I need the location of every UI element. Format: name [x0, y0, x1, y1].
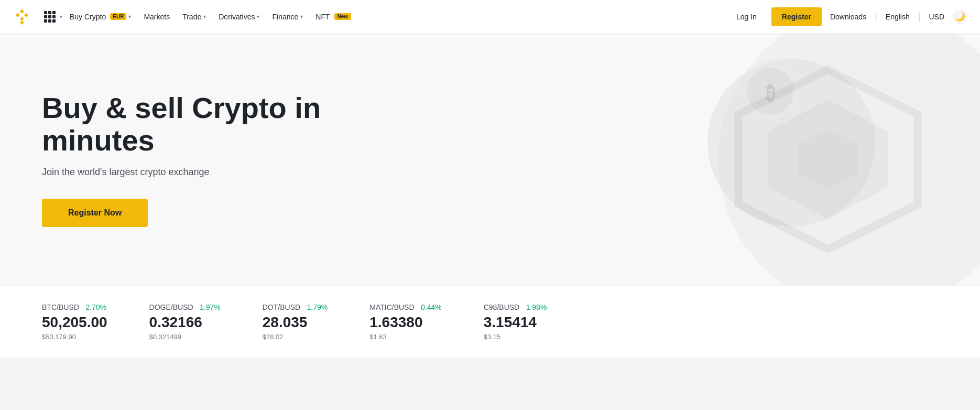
- ticker-change: 1.97%: [200, 303, 221, 311]
- trade-chevron: ▾: [203, 14, 206, 19]
- ticker-price: 50,205.00: [42, 314, 107, 331]
- ticker-price: 1.63380: [369, 314, 441, 331]
- nav-buy-crypto[interactable]: Buy Crypto EUR ▾: [64, 8, 136, 25]
- hero-content: Buy & sell Crypto in minutes Join the wo…: [42, 92, 346, 227]
- dark-mode-toggle[interactable]: 🌙: [953, 9, 967, 24]
- ticker-price: 0.32166: [149, 314, 221, 331]
- ticker-item[interactable]: DOGE/BUSD 1.97% 0.32166 $0.321499: [149, 303, 221, 341]
- ticker-change: 0.44%: [421, 303, 442, 311]
- derivatives-chevron: ▾: [257, 14, 259, 19]
- language-selector[interactable]: English: [886, 13, 910, 21]
- ticker-price: 3.15414: [484, 314, 547, 331]
- binance-arrow-decoration: [728, 60, 928, 259]
- ticker-pair: C98/BUSD: [484, 303, 519, 311]
- ticker-section: BTC/BUSD 2.70% 50,205.00 $50,179.90 DOGE…: [0, 285, 980, 358]
- ticker-item[interactable]: DOT/BUSD 1.79% 28.035 $28.02: [263, 303, 328, 341]
- ticker-usd-price: $1.63: [369, 333, 441, 341]
- ticker-change: 1.79%: [307, 303, 328, 311]
- grid-menu-icon[interactable]: [44, 11, 56, 23]
- ticker-item[interactable]: BTC/BUSD 2.70% 50,205.00 $50,179.90: [42, 303, 107, 341]
- hero-register-button[interactable]: Register Now: [42, 199, 148, 227]
- navbar: ▾ Buy Crypto EUR ▾ Markets Trade ▾ Deriv…: [0, 0, 980, 34]
- buy-crypto-chevron: ▾: [128, 14, 131, 19]
- ticker-pair: BTC/BUSD: [42, 303, 79, 311]
- ticker-usd-price: $50,179.90: [42, 333, 107, 341]
- hero-background: ₿: [343, 34, 981, 285]
- grid-menu-chevron: ▾: [60, 14, 62, 19]
- ticker-change: 1.98%: [526, 303, 547, 311]
- ticker-usd-price: $0.321499: [149, 333, 221, 341]
- nav-markets[interactable]: Markets: [138, 8, 175, 25]
- ticker-pair: DOGE/BUSD: [149, 303, 193, 311]
- nav-right: Log In Register Downloads | English | US…: [730, 7, 967, 26]
- nav-finance[interactable]: Finance ▾: [267, 8, 308, 25]
- binance-logo[interactable]: [13, 7, 31, 26]
- nav-trade[interactable]: Trade ▾: [177, 8, 211, 25]
- ticker-price: 28.035: [263, 314, 328, 331]
- ticker-usd-price: $3.15: [484, 333, 547, 341]
- ticker-item[interactable]: C98/BUSD 1.98% 3.15414 $3.15: [484, 303, 547, 341]
- downloads-link[interactable]: Downloads: [830, 13, 866, 21]
- hero-title: Buy & sell Crypto in minutes: [42, 92, 346, 156]
- login-button[interactable]: Log In: [730, 8, 763, 25]
- ticker-pair: MATIC/BUSD: [369, 303, 414, 311]
- hero-subtitle: Join the world's largest crypto exchange: [42, 167, 346, 178]
- ticker-usd-price: $28.02: [263, 333, 328, 341]
- ticker-item[interactable]: MATIC/BUSD 0.44% 1.63380 $1.63: [369, 303, 441, 341]
- nav-derivatives[interactable]: Derivatives ▾: [213, 8, 265, 25]
- nav-nft[interactable]: NFT New: [310, 8, 356, 25]
- hero-section: Buy & sell Crypto in minutes Join the wo…: [0, 34, 980, 285]
- ticker-change: 2.70%: [85, 303, 106, 311]
- nav-separator-1: |: [875, 11, 877, 22]
- ticker-pair: DOT/BUSD: [263, 303, 300, 311]
- nav-separator-2: |: [918, 11, 921, 22]
- finance-chevron: ▾: [300, 14, 303, 19]
- register-button[interactable]: Register: [771, 7, 822, 26]
- currency-selector[interactable]: USD: [929, 13, 944, 21]
- nav-items: ▾ Buy Crypto EUR ▾ Markets Trade ▾ Deriv…: [44, 8, 730, 25]
